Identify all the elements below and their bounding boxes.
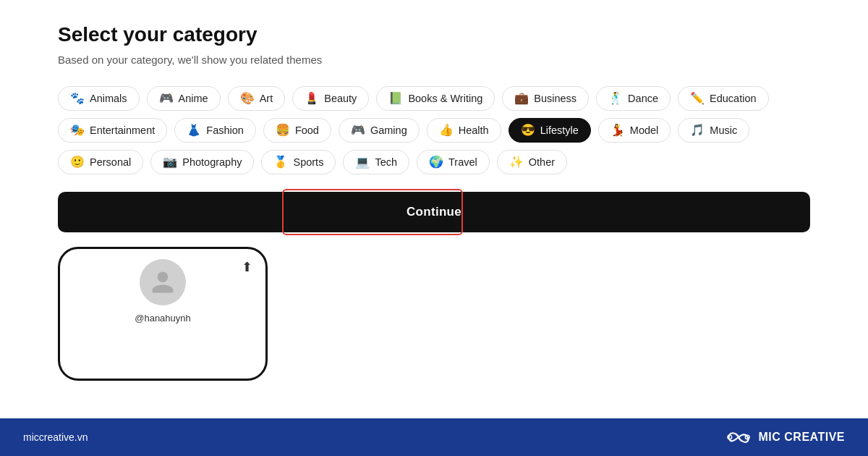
category-chip-other[interactable]: ✨Other [497, 150, 567, 174]
share-icon[interactable]: ⬆ [242, 259, 252, 275]
category-label-travel: Travel [448, 156, 477, 168]
category-label-music: Music [710, 124, 737, 136]
category-emoji-health: 👍 [439, 124, 454, 136]
avatar-icon [150, 269, 176, 295]
category-label-gaming: Gaming [370, 124, 407, 136]
continue-button[interactable]: Continue [58, 192, 810, 232]
page-title: Select your category [58, 23, 810, 46]
category-emoji-music: 🎵 [690, 124, 705, 136]
category-emoji-sports: 🥇 [273, 156, 288, 168]
category-label-fashion: Fashion [206, 124, 244, 136]
category-label-personal: Personal [90, 156, 131, 168]
category-emoji-entertainment: 🎭 [70, 124, 85, 136]
main-content: Select your category Based on your categ… [0, 0, 868, 418]
page-subtitle: Based on your category, we'll show you r… [58, 54, 810, 66]
category-chip-gaming[interactable]: 🎮Gaming [339, 118, 420, 143]
category-emoji-beauty: 💄 [305, 93, 319, 104]
category-emoji-art: 🎨 [240, 93, 255, 104]
category-emoji-lifestyle: 😎 [521, 124, 535, 136]
infinity-icon [726, 429, 752, 445]
category-emoji-travel: 🌍 [429, 156, 443, 168]
category-chip-music[interactable]: 🎵Music [678, 118, 749, 143]
category-label-food: Food [295, 124, 319, 136]
category-emoji-business: 💼 [514, 93, 529, 104]
category-emoji-books: 📗 [388, 93, 403, 104]
avatar [140, 259, 186, 305]
category-chip-business[interactable]: 💼Business [502, 86, 589, 111]
category-chip-health[interactable]: 👍Health [427, 118, 501, 143]
category-chip-tech[interactable]: 💻Tech [343, 150, 409, 174]
category-chip-books[interactable]: 📗Books & Writing [376, 86, 495, 111]
category-emoji-model: 💃 [610, 124, 625, 136]
category-chip-model[interactable]: 💃Model [598, 118, 671, 143]
category-chip-anime[interactable]: 🎮Anime [147, 86, 221, 111]
category-chip-food[interactable]: 🍔Food [263, 118, 331, 143]
footer-brand-name: MIC CREATIVE [759, 431, 845, 444]
category-label-art: Art [260, 93, 273, 104]
category-chip-education[interactable]: ✏️Education [678, 86, 769, 111]
phone-mock: ⬆ @hanahuynh [58, 247, 268, 381]
category-label-anime: Anime [179, 93, 208, 104]
category-chip-travel[interactable]: 🌍Travel [417, 150, 490, 174]
category-chip-personal[interactable]: 🙂Personal [58, 150, 143, 174]
category-label-health: Health [459, 124, 489, 136]
category-chip-animals[interactable]: 🐾Animals [58, 86, 140, 111]
phone-preview: ⬆ @hanahuynh [58, 247, 810, 381]
category-label-beauty: Beauty [324, 93, 357, 104]
category-label-books: Books & Writing [408, 93, 482, 104]
category-label-lifestyle: Lifestyle [540, 124, 579, 136]
category-emoji-anime: 🎮 [159, 93, 174, 104]
phone-username: @hanahuynh [135, 313, 191, 324]
footer-website: miccreative.vn [23, 431, 88, 443]
category-label-entertainment: Entertainment [90, 124, 155, 136]
category-chip-fashion[interactable]: 👗Fashion [174, 118, 256, 143]
category-emoji-tech: 💻 [355, 156, 370, 168]
category-label-dance: Dance [628, 93, 658, 104]
category-chip-entertainment[interactable]: 🎭Entertainment [58, 118, 167, 143]
footer: miccreative.vn MIC CREATIVE [0, 418, 868, 456]
category-label-other: Other [529, 156, 555, 168]
mic-creative-logo [726, 429, 752, 445]
category-chip-beauty[interactable]: 💄Beauty [292, 86, 369, 111]
category-emoji-dance: 🕺 [608, 93, 623, 104]
category-emoji-personal: 🙂 [70, 156, 85, 168]
category-chip-sports[interactable]: 🥇Sports [261, 150, 336, 174]
footer-brand-area: MIC CREATIVE [726, 429, 845, 445]
category-chip-dance[interactable]: 🕺Dance [596, 86, 671, 111]
category-emoji-animals: 🐾 [70, 93, 85, 104]
category-label-photography: Photography [182, 156, 242, 168]
category-emoji-education: ✏️ [690, 93, 705, 104]
category-emoji-gaming: 🎮 [351, 124, 365, 136]
category-chip-art[interactable]: 🎨Art [228, 86, 286, 111]
category-chip-photography[interactable]: 📷Photography [150, 150, 254, 174]
category-label-tech: Tech [375, 156, 397, 168]
continue-btn-wrapper: Continue [58, 192, 810, 232]
category-label-business: Business [534, 93, 576, 104]
category-label-sports: Sports [293, 156, 323, 168]
category-label-education: Education [710, 93, 757, 104]
category-emoji-fashion: 👗 [187, 124, 201, 136]
category-emoji-photography: 📷 [163, 156, 177, 168]
category-chip-lifestyle[interactable]: 😎Lifestyle [509, 118, 591, 143]
categories-container: 🐾Animals🎮Anime🎨Art💄Beauty📗Books & Writin… [58, 86, 810, 174]
category-emoji-other: ✨ [509, 156, 524, 168]
category-label-model: Model [630, 124, 659, 136]
category-emoji-food: 🍔 [276, 124, 290, 136]
category-label-animals: Animals [90, 93, 127, 104]
